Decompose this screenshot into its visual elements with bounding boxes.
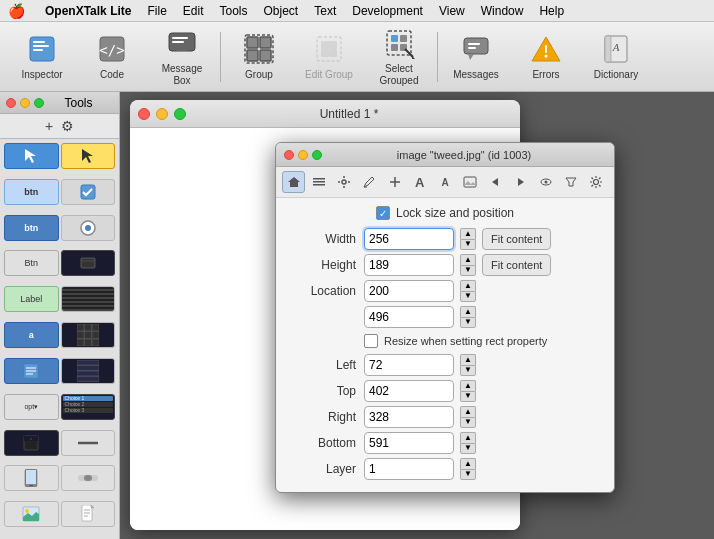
height-stepper[interactable]: ▲ ▼	[460, 254, 476, 276]
bottom-stepper-up[interactable]: ▲	[460, 432, 476, 443]
height-stepper-up[interactable]: ▲	[460, 254, 476, 265]
toolbar-messages-btn[interactable]: Messages	[442, 26, 510, 88]
inspector-icon-A[interactable]: A	[408, 171, 431, 193]
right-stepper-down[interactable]: ▼	[460, 417, 476, 429]
tool-button[interactable]: btn	[4, 179, 59, 205]
toolbar-errors-btn[interactable]: Errors	[512, 26, 580, 88]
menu-text[interactable]: Text	[314, 4, 336, 18]
inspector-icon-home[interactable]	[282, 171, 305, 193]
width-fit-content-btn[interactable]: Fit content	[482, 228, 551, 250]
left-input[interactable]	[364, 354, 454, 376]
width-stepper-down[interactable]: ▼	[460, 239, 476, 251]
layer-input[interactable]	[364, 458, 454, 480]
tool-document[interactable]	[61, 501, 116, 527]
doc-minimize-btn[interactable]	[156, 108, 168, 120]
inspector-icon-plus[interactable]	[383, 171, 406, 193]
tool-checkbox[interactable]	[61, 179, 116, 205]
location-x-stepper-up[interactable]: ▲	[460, 280, 476, 291]
width-stepper-up[interactable]: ▲	[460, 228, 476, 239]
layer-stepper-down[interactable]: ▼	[460, 469, 476, 481]
right-input[interactable]	[364, 406, 454, 428]
tool-radio[interactable]	[61, 215, 116, 241]
left-stepper[interactable]: ▲ ▼	[460, 354, 476, 376]
doc-maximize-btn[interactable]	[174, 108, 186, 120]
apple-menu[interactable]: 🍎	[8, 3, 25, 19]
height-fit-content-btn[interactable]: Fit content	[482, 254, 551, 276]
menu-development[interactable]: Development	[352, 4, 423, 18]
inspector-icon-prev[interactable]	[484, 171, 507, 193]
top-stepper[interactable]: ▲ ▼	[460, 380, 476, 402]
tool-multi-select[interactable]: Choice 1 Choice 2 Choice 3	[61, 394, 116, 420]
tool-line[interactable]	[61, 430, 116, 456]
toolbar-inspector-btn[interactable]: Inspector	[8, 26, 76, 88]
tool-button-blue[interactable]: btn	[4, 215, 59, 241]
tool-text-area[interactable]	[4, 358, 59, 384]
location-x-input[interactable]	[364, 280, 454, 302]
left-stepper-up[interactable]: ▲	[460, 354, 476, 365]
canvas-area[interactable]: Untitled 1 * image "tweed.jpg" (id 1003)	[120, 92, 714, 539]
top-stepper-up[interactable]: ▲	[460, 380, 476, 391]
toolbar-dictionary-btn[interactable]: A Dictionary	[582, 26, 650, 88]
menu-window[interactable]: Window	[481, 4, 524, 18]
layer-stepper[interactable]: ▲ ▼	[460, 458, 476, 480]
toolbar-edit-group-btn[interactable]: Edit Group	[295, 26, 363, 88]
width-stepper[interactable]: ▲ ▼	[460, 228, 476, 250]
location-y-stepper[interactable]: ▲ ▼	[460, 306, 476, 328]
tools-minimize-btn[interactable]	[20, 98, 30, 108]
bottom-stepper-down[interactable]: ▼	[460, 443, 476, 455]
height-stepper-down[interactable]: ▼	[460, 265, 476, 277]
inspector-icon-text-size[interactable]: A	[433, 171, 456, 193]
inspector-icon-list[interactable]	[307, 171, 330, 193]
menu-file[interactable]: File	[147, 4, 166, 18]
menu-edit[interactable]: Edit	[183, 4, 204, 18]
tool-pointer[interactable]	[61, 143, 116, 169]
menu-tools[interactable]: Tools	[220, 4, 248, 18]
tools-maximize-btn[interactable]	[34, 98, 44, 108]
menu-object[interactable]: Object	[264, 4, 299, 18]
height-input[interactable]	[364, 254, 454, 276]
tool-mobile[interactable]	[4, 465, 59, 491]
menu-view[interactable]: View	[439, 4, 465, 18]
bottom-stepper[interactable]: ▲ ▼	[460, 432, 476, 454]
tools-settings-btn[interactable]: ⚙	[61, 118, 74, 134]
tools-close-btn[interactable]	[6, 98, 16, 108]
tool-grid[interactable]	[61, 322, 116, 348]
top-input[interactable]	[364, 380, 454, 402]
tool-button2[interactable]: Btn	[4, 250, 59, 276]
toolbar-message-box-btn[interactable]: Message Box	[148, 26, 216, 88]
inspector-close-btn[interactable]	[284, 150, 294, 160]
tool-select[interactable]	[4, 143, 59, 169]
location-x-stepper-down[interactable]: ▼	[460, 291, 476, 303]
location-y-stepper-down[interactable]: ▼	[460, 317, 476, 329]
tool-field[interactable]	[61, 250, 116, 276]
tool-stripe[interactable]	[61, 286, 116, 312]
layer-stepper-up[interactable]: ▲	[460, 458, 476, 469]
inspector-icon-eye[interactable]	[534, 171, 557, 193]
inspector-minimize-btn[interactable]	[298, 150, 308, 160]
menu-help[interactable]: Help	[539, 4, 564, 18]
width-input[interactable]	[364, 228, 454, 250]
toolbar-select-grouped-btn[interactable]: Select Grouped	[365, 26, 433, 88]
tool-combo[interactable]: c	[4, 430, 59, 456]
toolbar-group-btn[interactable]: Group	[225, 26, 293, 88]
bottom-input[interactable]	[364, 432, 454, 454]
right-stepper[interactable]: ▲ ▼	[460, 406, 476, 428]
location-y-stepper-up[interactable]: ▲	[460, 306, 476, 317]
app-name[interactable]: OpenXTalk Lite	[45, 4, 131, 18]
inspector-icon-pencil[interactable]	[358, 171, 381, 193]
location-y-input[interactable]	[364, 306, 454, 328]
tools-add-btn[interactable]: +	[45, 118, 53, 134]
left-stepper-down[interactable]: ▼	[460, 365, 476, 377]
top-stepper-down[interactable]: ▼	[460, 391, 476, 403]
inspector-icon-filter[interactable]	[559, 171, 582, 193]
inspector-icon-image[interactable]	[459, 171, 482, 193]
tool-scrollbar[interactable]	[61, 465, 116, 491]
tool-label[interactable]: Label	[4, 286, 59, 312]
inspector-icon-settings[interactable]	[333, 171, 356, 193]
tool-image[interactable]	[4, 501, 59, 527]
right-stepper-up[interactable]: ▲	[460, 406, 476, 417]
inspector-maximize-btn[interactable]	[312, 150, 322, 160]
tool-text-field[interactable]: a	[4, 322, 59, 348]
lock-size-checkbox[interactable]: ✓	[376, 206, 390, 220]
location-x-stepper[interactable]: ▲ ▼	[460, 280, 476, 302]
